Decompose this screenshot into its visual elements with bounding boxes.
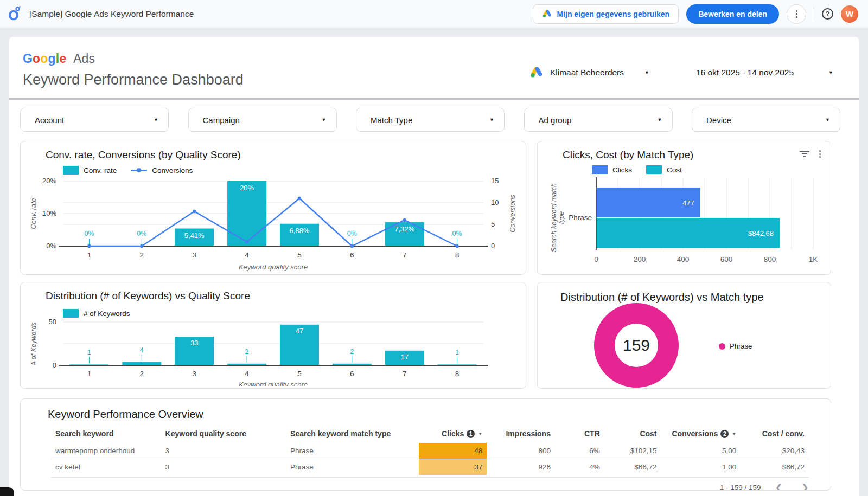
conversions-point[interactable] [350, 244, 354, 248]
filter-label: Ad group [539, 115, 572, 125]
account-selector[interactable]: Klimaat Beheerders ▼ [529, 65, 649, 81]
filter-label: Campaign [203, 115, 240, 125]
bar-value-label: 33 [190, 339, 198, 347]
column-header-cost[interactable]: Cost [604, 426, 661, 443]
conversions-point[interactable] [298, 197, 301, 200]
cell-cost: $66,72 [604, 459, 661, 475]
x-tick-label: 1 [87, 251, 92, 259]
report-name[interactable]: [Sample] Google Ads Keyword Performance [29, 9, 194, 19]
conversions-point[interactable] [87, 244, 91, 248]
column-header-conversions[interactable]: Conversions2▼ [661, 426, 741, 443]
bar-value-label: 477 [682, 199, 694, 207]
x-tick-label: 400 [677, 255, 690, 263]
x-tick-label: 7 [403, 370, 407, 378]
cell-search-keyword-match-type: Phrase [286, 443, 418, 459]
filter-match-type[interactable]: Match Type▼ [356, 108, 505, 132]
x-tick-label: 1K [809, 255, 818, 263]
filter-icon[interactable] [800, 151, 809, 157]
column-header-keyword-quality-score[interactable]: Keyword quality score [161, 426, 286, 443]
column-header-cost-conv-[interactable]: Cost / conv. [741, 426, 809, 443]
cell-conversions: 1,00 [661, 459, 741, 475]
y-tick-label: 15 [491, 177, 499, 185]
y-axis-title-right: Conversions [509, 195, 516, 232]
user-avatar[interactable]: W [841, 5, 858, 23]
column-header-clicks[interactable]: Clicks1▼ [419, 426, 487, 443]
x-tick-label: 800 [764, 255, 776, 263]
conversions-point[interactable] [140, 244, 143, 248]
legend-swatch-clicks [592, 165, 608, 174]
legend-swatch-keywords [63, 309, 79, 318]
legend-swatch-cost [646, 165, 662, 174]
bar-value-label: $842,68 [748, 229, 774, 237]
category-label: Phrase [569, 214, 592, 222]
filter-label: Device [706, 115, 731, 125]
help-icon[interactable]: ? [822, 8, 833, 20]
filter-device[interactable]: Device▼ [692, 108, 840, 132]
cell-clicks: 37 [419, 459, 487, 475]
chart-title: Distribution (# of Keywords) vs Quality … [21, 282, 526, 302]
legend-label: Conv. rate [84, 166, 117, 175]
bar-value-label: 1 [87, 349, 91, 356]
chevron-down-icon: ▼ [658, 117, 662, 123]
pagination-label: 1 - 159 / 159 [720, 484, 761, 491]
top-app-bar: [Sample] Google Ads Keyword Performance … [0, 0, 868, 28]
legend-swatch-conversions [131, 170, 147, 171]
sort-desc-icon[interactable]: ▼ [478, 431, 482, 436]
chart-options-icon[interactable] [819, 150, 821, 158]
column-header-search-keyword-match-type[interactable]: Search keyword match type [286, 426, 418, 443]
bar-value-label: 4 [140, 346, 144, 354]
prev-page-icon[interactable]: ❮ [775, 482, 783, 491]
x-tick-label: 2 [140, 370, 144, 378]
x-axis-title: Keyword quality score [239, 381, 308, 386]
bar-value-label: 0% [347, 230, 357, 237]
filter-campaign[interactable]: Campaign▼ [188, 108, 337, 132]
bar-value-label: 0% [452, 230, 462, 237]
next-page-icon[interactable]: ❯ [801, 482, 809, 491]
column-header-impressions[interactable]: Impressions [487, 426, 555, 443]
sort-desc-icon[interactable]: ▼ [732, 431, 736, 436]
bar-value-label: 2 [350, 348, 354, 356]
conversions-point[interactable] [193, 210, 196, 213]
x-tick-label: 5 [297, 370, 302, 378]
cell-conversions: 5,00 [661, 443, 741, 459]
page-title: Keyword Performance Dashboard [23, 72, 244, 88]
chart-title: Clicks, Cost (by Match Type) [538, 141, 831, 161]
y-tick-label: 0% [46, 242, 56, 250]
cell-clicks: 48 [419, 443, 487, 459]
bar-value-label: 7,32% [394, 225, 414, 233]
chart-conv-rate-conversions: Conv. rate, Conversions (by Quality Scor… [20, 141, 526, 275]
bar-value-label: 0% [84, 230, 94, 237]
table-title: Keyword Performance Overview [21, 399, 831, 421]
column-header-ctr[interactable]: CTR [555, 426, 604, 443]
cell-ctr: 4% [555, 459, 604, 475]
cell-keyword-quality-score: 3 [161, 443, 286, 459]
chart-title: Distribution (# of Keywords) vs Match ty… [538, 282, 831, 304]
y-tick-label: 10 [491, 198, 499, 207]
x-axis-title: Keyword quality score [239, 263, 308, 271]
filter-bar: Account▼ Campaign▼ Match Type▼ Ad group▼… [9, 100, 859, 132]
legend-label: Clicks [612, 166, 632, 174]
bar-value-label: 5,41% [184, 231, 205, 240]
google-ads-icon [542, 8, 552, 20]
conversions-point[interactable] [403, 218, 406, 222]
cell-search-keyword: warmtepomp onderhoud [51, 443, 161, 459]
use-own-data-button[interactable]: Mijn eigen gegevens gebruiken [533, 4, 679, 24]
filter-ad-group[interactable]: Ad group▼ [524, 108, 673, 132]
date-range-control[interactable]: 16 okt 2025 - 14 nov 2025 ▼ [696, 68, 833, 78]
chevron-down-icon: ▼ [322, 117, 327, 123]
x-tick-label: 200 [634, 255, 646, 263]
bar-value-label: 6,88% [290, 227, 310, 235]
edit-and-share-button[interactable]: Bewerken en delen [686, 4, 779, 24]
x-tick-label: 1 [87, 370, 92, 378]
legend-label: Conversions [152, 166, 193, 175]
x-tick-label: 6 [350, 251, 354, 259]
more-options-button[interactable] [787, 4, 806, 24]
bar-value-label: 17 [400, 353, 408, 361]
chart-clicks-cost: Clicks, Cost (by Match Type) Clicks Cost… [537, 141, 831, 275]
column-header-search-keyword[interactable]: Search keyword [51, 426, 161, 443]
x-tick-label: 6 [350, 370, 354, 378]
filter-account[interactable]: Account▼ [20, 108, 169, 132]
conversions-point[interactable] [455, 244, 458, 248]
conversions-point[interactable] [245, 240, 248, 243]
cell-keyword-quality-score: 3 [161, 459, 286, 475]
